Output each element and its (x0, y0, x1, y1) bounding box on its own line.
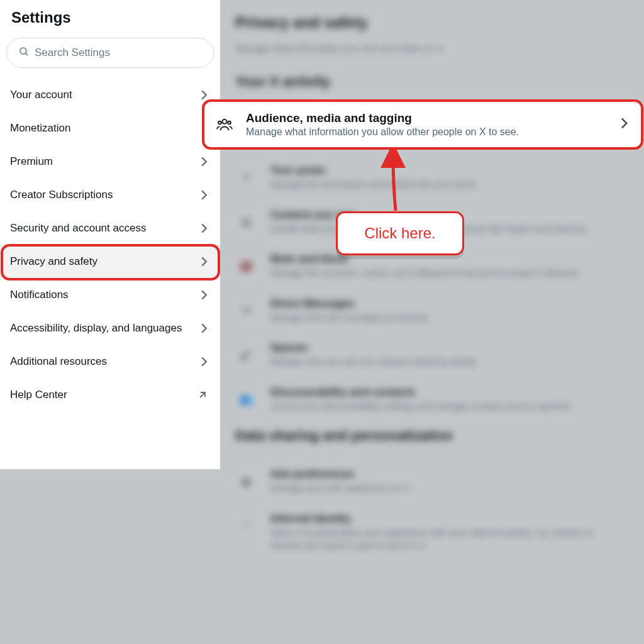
callout-text: Click here. (364, 225, 435, 242)
row-desc: Manage who can message you directly. (270, 312, 614, 325)
row-title: Inferred identity (270, 513, 614, 525)
chevron-right-icon: › (628, 391, 631, 402)
sidebar-item-label: Creator Subscriptions (10, 189, 113, 201)
sidebar-item-notifications[interactable]: Notifications (0, 278, 220, 311)
chevron-right-icon: › (628, 214, 631, 225)
annotation-callout: Click here. (336, 211, 464, 255)
chevron-right-icon: › (628, 518, 631, 529)
chevron-right-icon (201, 323, 208, 334)
chevron-right-icon: › (628, 169, 631, 180)
row-title: Spaces (270, 341, 614, 354)
chevron-right-icon (201, 256, 208, 267)
sidebar-item-accessibility[interactable]: Accessibility, display, and languages (0, 311, 220, 345)
section-heading-data: Data sharing and personalization (235, 428, 631, 444)
chevron-right-icon: › (628, 347, 631, 358)
sidebar-item-label: Additional resources (10, 355, 107, 368)
sidebar-item-your-account[interactable]: Your account (0, 78, 220, 111)
settings-row-audience-media-tagging[interactable]: Audience, media and tagging Manage what … (204, 102, 641, 147)
settings-row[interactable]: ✉ Direct Messages Manage who can message… (235, 289, 631, 333)
row-title: Ads preferences (270, 468, 614, 480)
sidebar-item-help-center[interactable]: Help Center (0, 378, 220, 411)
row-desc: Manage the accounts, words, and notifica… (270, 267, 614, 280)
chevron-right-icon (201, 289, 208, 301)
content-icon: ▤ (235, 211, 257, 233)
sidebar-item-label: Privacy and safety (10, 255, 97, 268)
search-input[interactable] (35, 47, 202, 59)
chevron-right-icon (201, 356, 208, 367)
mic-icon: 🎤 (235, 344, 257, 365)
chevron-right-icon: › (628, 258, 631, 269)
settings-row[interactable]: 👥 Discoverability and contacts Control y… (235, 377, 631, 422)
sidebar-item-label: Security and account access (10, 222, 146, 235)
row-title: Direct Messages (270, 297, 614, 310)
row-desc: Allow X to personalize your experience w… (270, 527, 614, 552)
chevron-right-icon (201, 156, 208, 167)
main-subtitle: Manage what information you see and shar… (235, 43, 631, 53)
svg-point-4 (218, 121, 221, 125)
sidebar-item-label: Accessibility, display, and languages (10, 322, 182, 335)
row-desc: Manage who can see your Spaces listening… (270, 356, 614, 369)
identity-icon: ✧ (235, 515, 257, 536)
sidebar-item-additional-resources[interactable]: Additional resources (0, 345, 220, 378)
chevron-right-icon (620, 117, 628, 132)
chevron-right-icon (201, 189, 208, 201)
sidebar-item-label: Monetization (10, 122, 70, 135)
svg-point-0 (20, 48, 26, 54)
ads-icon: ▦ (235, 470, 257, 492)
envelope-icon: ✉ (235, 300, 257, 321)
row-desc: Manage your ads experience on X. (270, 482, 614, 495)
sidebar-item-label: Help Center (10, 389, 67, 401)
people-icon (216, 116, 233, 133)
sidebar-item-security[interactable]: Security and account access (0, 211, 220, 245)
chevron-right-icon: › (628, 303, 631, 314)
settings-row[interactable]: ▦ Ads preferences Manage your ads experi… (235, 459, 631, 504)
svg-point-5 (228, 121, 231, 125)
row-desc: Manage the information associated with y… (270, 179, 614, 191)
row-desc: Control your discoverability settings an… (270, 401, 614, 413)
search-icon (18, 46, 30, 60)
page-title: Settings (0, 9, 220, 38)
external-link-icon (197, 390, 208, 400)
chevron-right-icon: › (628, 473, 631, 484)
settings-row[interactable]: ✧ Inferred identity Allow X to personali… (235, 504, 631, 560)
sidebar-item-premium[interactable]: Premium (0, 145, 220, 178)
contacts-icon: 👥 (235, 389, 257, 410)
sidebar-item-label: Your account (10, 89, 72, 101)
chevron-right-icon (201, 89, 208, 101)
sidebar-item-monetization[interactable]: Monetization (0, 111, 220, 145)
pencil-icon: ✎ (235, 167, 257, 188)
svg-line-2 (200, 392, 205, 397)
search-container[interactable] (6, 38, 214, 68)
settings-row[interactable]: 🎤 Spaces Manage who can see your Spaces … (235, 333, 631, 377)
svg-line-1 (25, 53, 28, 55)
main-panel-blurred: Privacy and safety Manage what informati… (220, 0, 644, 644)
settings-row[interactable]: ✎ Your posts Manage the information asso… (235, 155, 631, 200)
settings-sidebar: Settings Your account Monetization Premi… (0, 0, 220, 469)
sidebar-item-label: Premium (10, 155, 53, 168)
sidebar-item-label: Notifications (10, 289, 69, 301)
main-title: Privacy and safety (235, 14, 631, 31)
row-title: Your posts (270, 164, 614, 177)
svg-point-3 (223, 119, 227, 124)
sidebar-item-privacy-safety[interactable]: Privacy and safety (0, 245, 220, 278)
mute-icon: 🔇 (235, 255, 257, 277)
section-heading-activity: Your X activity (235, 74, 631, 90)
row-title: Discoverability and contacts (270, 386, 614, 399)
row-desc: Manage what information you allow other … (246, 126, 608, 138)
chevron-right-icon (201, 223, 208, 234)
row-title: Audience, media and tagging (246, 111, 608, 125)
sidebar-item-creator-subscriptions[interactable]: Creator Subscriptions (0, 178, 220, 211)
